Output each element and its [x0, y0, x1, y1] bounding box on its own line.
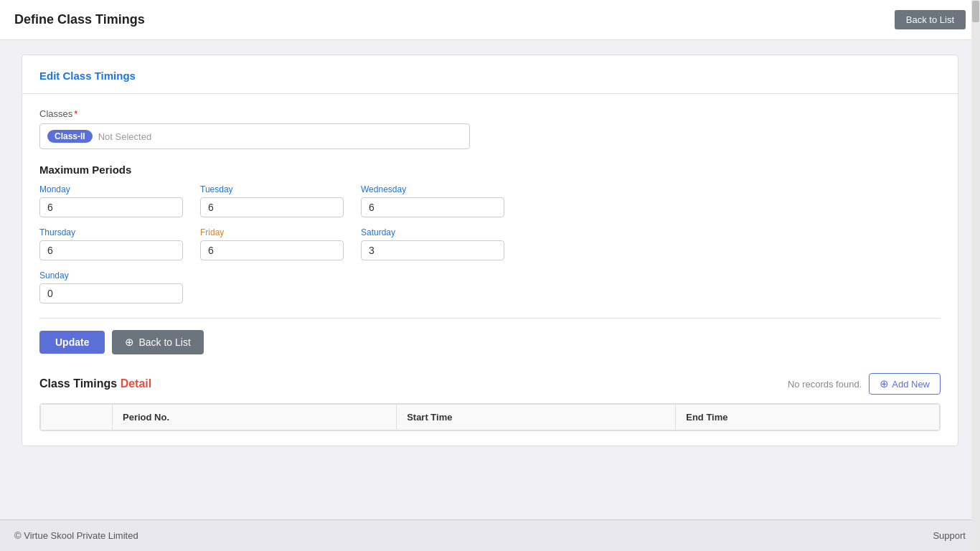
footer-copyright: © Virtue Skool Private Limited [14, 530, 138, 541]
sunday-input[interactable] [39, 283, 183, 303]
friday-input[interactable] [200, 240, 344, 260]
table-head: Period No. Start Time End Time [41, 405, 940, 430]
timings-table: Period No. Start Time End Time [40, 404, 940, 430]
sunday-label: Sunday [39, 270, 183, 281]
tuesday-label: Tuesday [200, 184, 344, 194]
tuesday-input[interactable] [200, 197, 344, 217]
detail-header: Class Timings Detail No records found. ⊕… [39, 373, 941, 395]
back-icon: ⊕ [125, 336, 134, 349]
monday-input[interactable] [39, 197, 183, 217]
col-end-time: End Time [676, 405, 940, 430]
back-to-list-header-button[interactable]: Back to List [895, 10, 966, 29]
saturday-label: Saturday [361, 227, 504, 237]
monday-label: Monday [39, 184, 183, 194]
page-title: Define Class Timings [14, 12, 145, 27]
divider-top [22, 93, 958, 94]
period-thursday: Thursday [39, 227, 183, 260]
period-friday: Friday [200, 227, 344, 260]
footer: © Virtue Skool Private Limited Support [0, 519, 980, 551]
thursday-label: Thursday [39, 227, 183, 237]
timings-table-wrapper: Period No. Start Time End Time [39, 403, 941, 431]
back-to-list-button[interactable]: ⊕ Back to List [112, 330, 203, 354]
periods-grid: Monday Tuesday Wednesday Thursday Friday [39, 184, 941, 303]
saturday-input[interactable] [361, 240, 504, 260]
col-period-no: Period No. [113, 405, 397, 430]
footer-support[interactable]: Support [933, 530, 966, 541]
period-wednesday: Wednesday [361, 184, 504, 217]
wednesday-input[interactable] [361, 197, 504, 217]
main-content: Edit Class Timings Classes* Class-II Not… [0, 40, 980, 519]
period-saturday: Saturday [361, 227, 504, 260]
detail-actions: No records found. ⊕ Add New [788, 373, 941, 395]
classes-input[interactable]: Class-II Not Selected [39, 123, 470, 149]
col-start-time: Start Time [397, 405, 676, 430]
period-tuesday: Tuesday [200, 184, 344, 217]
scrollbar[interactable] [971, 0, 980, 551]
max-periods-title: Maximum Periods [39, 164, 941, 176]
add-icon: ⊕ [880, 377, 889, 390]
no-records-text: No records found. [788, 379, 862, 390]
class-badge: Class-II [47, 130, 93, 143]
add-new-button[interactable]: ⊕ Add New [869, 373, 941, 395]
page-header: Define Class Timings Back to List [0, 0, 980, 40]
thursday-input[interactable] [39, 240, 183, 260]
classes-label: Classes* [39, 108, 941, 119]
table-header-row: Period No. Start Time End Time [41, 405, 940, 430]
detail-title-colored: Detail [121, 377, 152, 390]
update-button[interactable]: Update [39, 331, 105, 354]
edit-card-title: Edit Class Timings [39, 70, 941, 82]
required-asterisk: * [74, 108, 77, 119]
col-empty [41, 405, 113, 430]
wednesday-label: Wednesday [361, 184, 504, 194]
friday-label: Friday [200, 227, 344, 237]
action-row: Update ⊕ Back to List [39, 318, 941, 366]
detail-title: Class Timings Detail [39, 377, 151, 390]
period-monday: Monday [39, 184, 183, 217]
scrollbar-thumb[interactable] [972, 1, 979, 22]
edit-card: Edit Class Timings Classes* Class-II Not… [22, 55, 958, 446]
not-selected-text: Not Selected [98, 131, 151, 142]
period-sunday: Sunday [39, 270, 183, 303]
